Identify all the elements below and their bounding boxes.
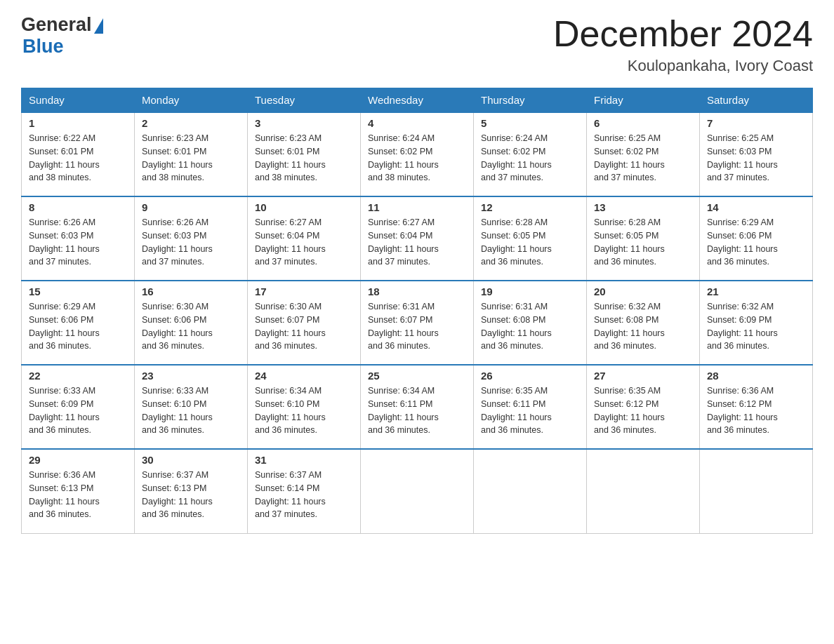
calendar-table: SundayMondayTuesdayWednesdayThursdayFrid…	[21, 88, 813, 534]
calendar-cell: 9 Sunrise: 6:26 AM Sunset: 6:03 PM Dayli…	[135, 196, 248, 281]
day-info: Sunrise: 6:35 AM Sunset: 6:11 PM Dayligh…	[481, 384, 579, 437]
day-number: 11	[368, 201, 466, 213]
calendar-week-row: 8 Sunrise: 6:26 AM Sunset: 6:03 PM Dayli…	[22, 196, 813, 281]
day-info: Sunrise: 6:32 AM Sunset: 6:08 PM Dayligh…	[594, 300, 692, 353]
day-info: Sunrise: 6:23 AM Sunset: 6:01 PM Dayligh…	[255, 132, 353, 185]
calendar-cell: 20 Sunrise: 6:32 AM Sunset: 6:08 PM Dayl…	[587, 281, 700, 365]
calendar-cell: 19 Sunrise: 6:31 AM Sunset: 6:08 PM Dayl…	[474, 281, 587, 365]
calendar-cell	[361, 449, 474, 533]
day-info: Sunrise: 6:32 AM Sunset: 6:09 PM Dayligh…	[707, 300, 805, 353]
day-number: 1	[29, 117, 127, 129]
day-number: 29	[29, 454, 127, 466]
location: Koulopankaha, Ivory Coast	[553, 57, 813, 75]
day-info: Sunrise: 6:26 AM Sunset: 6:03 PM Dayligh…	[29, 216, 127, 269]
day-number: 17	[255, 286, 353, 297]
calendar-cell: 24 Sunrise: 6:34 AM Sunset: 6:10 PM Dayl…	[248, 365, 361, 449]
day-info: Sunrise: 6:30 AM Sunset: 6:06 PM Dayligh…	[142, 300, 240, 353]
calendar-cell: 23 Sunrise: 6:33 AM Sunset: 6:10 PM Dayl…	[135, 365, 248, 449]
calendar-cell: 21 Sunrise: 6:32 AM Sunset: 6:09 PM Dayl…	[700, 281, 813, 365]
day-info: Sunrise: 6:33 AM Sunset: 6:09 PM Dayligh…	[29, 384, 127, 437]
day-number: 6	[594, 117, 692, 129]
logo: General Blue	[21, 14, 103, 58]
logo-triangle-icon	[94, 18, 103, 34]
calendar-header-row: SundayMondayTuesdayWednesdayThursdayFrid…	[22, 88, 813, 113]
calendar-cell: 2 Sunrise: 6:23 AM Sunset: 6:01 PM Dayli…	[135, 112, 248, 196]
day-number: 26	[481, 370, 579, 382]
day-info: Sunrise: 6:37 AM Sunset: 6:14 PM Dayligh…	[255, 469, 353, 521]
page-header: General Blue December 2024 Koulopankaha,…	[21, 14, 813, 75]
day-info: Sunrise: 6:27 AM Sunset: 6:04 PM Dayligh…	[368, 216, 466, 269]
day-info: Sunrise: 6:24 AM Sunset: 6:02 PM Dayligh…	[481, 132, 579, 185]
calendar-cell: 13 Sunrise: 6:28 AM Sunset: 6:05 PM Dayl…	[587, 196, 700, 281]
header-thursday: Thursday	[474, 88, 587, 113]
day-number: 28	[707, 370, 805, 382]
day-number: 31	[255, 454, 353, 466]
calendar-week-row: 29 Sunrise: 6:36 AM Sunset: 6:13 PM Dayl…	[22, 449, 813, 533]
calendar-cell: 30 Sunrise: 6:37 AM Sunset: 6:13 PM Dayl…	[135, 449, 248, 533]
calendar-week-row: 22 Sunrise: 6:33 AM Sunset: 6:09 PM Dayl…	[22, 365, 813, 449]
calendar-cell	[474, 449, 587, 533]
calendar-week-row: 15 Sunrise: 6:29 AM Sunset: 6:06 PM Dayl…	[22, 281, 813, 365]
day-number: 25	[368, 370, 466, 382]
day-info: Sunrise: 6:36 AM Sunset: 6:12 PM Dayligh…	[707, 384, 805, 437]
calendar-cell: 16 Sunrise: 6:30 AM Sunset: 6:06 PM Dayl…	[135, 281, 248, 365]
day-info: Sunrise: 6:27 AM Sunset: 6:04 PM Dayligh…	[255, 216, 353, 269]
calendar-cell: 27 Sunrise: 6:35 AM Sunset: 6:12 PM Dayl…	[587, 365, 700, 449]
calendar-cell: 4 Sunrise: 6:24 AM Sunset: 6:02 PM Dayli…	[361, 112, 474, 196]
day-info: Sunrise: 6:28 AM Sunset: 6:05 PM Dayligh…	[481, 216, 579, 269]
header-tuesday: Tuesday	[248, 88, 361, 113]
day-info: Sunrise: 6:28 AM Sunset: 6:05 PM Dayligh…	[594, 216, 692, 269]
calendar-cell	[700, 449, 813, 533]
header-friday: Friday	[587, 88, 700, 113]
header-monday: Monday	[135, 88, 248, 113]
logo-blue-text: Blue	[22, 36, 64, 58]
day-number: 27	[594, 370, 692, 382]
day-info: Sunrise: 6:37 AM Sunset: 6:13 PM Dayligh…	[142, 469, 240, 521]
day-number: 4	[368, 117, 466, 129]
calendar-cell: 17 Sunrise: 6:30 AM Sunset: 6:07 PM Dayl…	[248, 281, 361, 365]
day-number: 24	[255, 370, 353, 382]
day-number: 12	[481, 201, 579, 213]
day-number: 10	[255, 201, 353, 213]
calendar-cell: 22 Sunrise: 6:33 AM Sunset: 6:09 PM Dayl…	[22, 365, 135, 449]
day-info: Sunrise: 6:25 AM Sunset: 6:02 PM Dayligh…	[594, 132, 692, 185]
day-info: Sunrise: 6:29 AM Sunset: 6:06 PM Dayligh…	[707, 216, 805, 269]
day-number: 15	[29, 286, 127, 297]
calendar-cell: 5 Sunrise: 6:24 AM Sunset: 6:02 PM Dayli…	[474, 112, 587, 196]
day-number: 8	[29, 201, 127, 213]
day-info: Sunrise: 6:34 AM Sunset: 6:10 PM Dayligh…	[255, 384, 353, 437]
calendar-cell: 12 Sunrise: 6:28 AM Sunset: 6:05 PM Dayl…	[474, 196, 587, 281]
month-title: December 2024	[553, 14, 813, 54]
day-number: 13	[594, 201, 692, 213]
title-block: December 2024 Koulopankaha, Ivory Coast	[553, 14, 813, 75]
day-number: 5	[481, 117, 579, 129]
calendar-cell: 18 Sunrise: 6:31 AM Sunset: 6:07 PM Dayl…	[361, 281, 474, 365]
calendar-cell: 10 Sunrise: 6:27 AM Sunset: 6:04 PM Dayl…	[248, 196, 361, 281]
day-number: 20	[594, 286, 692, 297]
day-number: 9	[142, 201, 240, 213]
day-number: 19	[481, 286, 579, 297]
day-number: 2	[142, 117, 240, 129]
calendar-cell: 31 Sunrise: 6:37 AM Sunset: 6:14 PM Dayl…	[248, 449, 361, 533]
day-info: Sunrise: 6:33 AM Sunset: 6:10 PM Dayligh…	[142, 384, 240, 437]
day-info: Sunrise: 6:24 AM Sunset: 6:02 PM Dayligh…	[368, 132, 466, 185]
day-info: Sunrise: 6:35 AM Sunset: 6:12 PM Dayligh…	[594, 384, 692, 437]
calendar-cell	[587, 449, 700, 533]
day-info: Sunrise: 6:25 AM Sunset: 6:03 PM Dayligh…	[707, 132, 805, 185]
calendar-cell: 28 Sunrise: 6:36 AM Sunset: 6:12 PM Dayl…	[700, 365, 813, 449]
calendar-cell: 1 Sunrise: 6:22 AM Sunset: 6:01 PM Dayli…	[22, 112, 135, 196]
header-wednesday: Wednesday	[361, 88, 474, 113]
day-info: Sunrise: 6:26 AM Sunset: 6:03 PM Dayligh…	[142, 216, 240, 269]
day-info: Sunrise: 6:31 AM Sunset: 6:07 PM Dayligh…	[368, 300, 466, 353]
day-number: 30	[142, 454, 240, 466]
day-number: 16	[142, 286, 240, 297]
header-saturday: Saturday	[700, 88, 813, 113]
calendar-cell: 7 Sunrise: 6:25 AM Sunset: 6:03 PM Dayli…	[700, 112, 813, 196]
day-number: 3	[255, 117, 353, 129]
calendar-cell: 6 Sunrise: 6:25 AM Sunset: 6:02 PM Dayli…	[587, 112, 700, 196]
day-info: Sunrise: 6:22 AM Sunset: 6:01 PM Dayligh…	[29, 132, 127, 185]
calendar-cell: 8 Sunrise: 6:26 AM Sunset: 6:03 PM Dayli…	[22, 196, 135, 281]
day-number: 21	[707, 286, 805, 297]
calendar-week-row: 1 Sunrise: 6:22 AM Sunset: 6:01 PM Dayli…	[22, 112, 813, 196]
day-info: Sunrise: 6:31 AM Sunset: 6:08 PM Dayligh…	[481, 300, 579, 353]
